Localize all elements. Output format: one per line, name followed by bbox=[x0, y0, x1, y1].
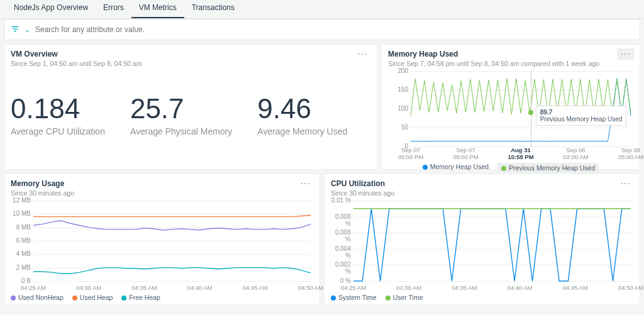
cpu-util-card: ··· CPU Utilization Since 30 minutes ago… bbox=[324, 174, 640, 305]
card-subtitle: Since 30 minutes ago bbox=[11, 189, 313, 197]
memory-usage-card: ··· Memory Usage Since 30 minutes ago 0 … bbox=[4, 174, 320, 305]
card-menu-button[interactable]: ··· bbox=[354, 48, 372, 60]
card-menu-button[interactable]: ··· bbox=[297, 178, 314, 189]
card-menu-button[interactable]: ··· bbox=[617, 178, 635, 189]
card-menu-button[interactable]: ··· bbox=[617, 48, 635, 60]
cpu-util-legend: System Time User Time bbox=[331, 291, 633, 301]
filter-icon[interactable] bbox=[11, 25, 19, 35]
legend-item-highlighted: Previous Memory Heap Used bbox=[497, 163, 599, 173]
card-subtitle: Since Sep 7, 04:58 pm until Sep 8, 04:50… bbox=[388, 60, 633, 67]
card-title: VM Overview bbox=[11, 50, 370, 58]
legend-item: Used NonHeap bbox=[11, 294, 64, 301]
tab-vm-metrics[interactable]: VM Metrics bbox=[131, 0, 184, 18]
card-subtitle: Since Sep 1, 04:50 am until Sep 8, 04:50… bbox=[11, 60, 370, 67]
legend-item: User Time bbox=[386, 294, 423, 301]
vm-overview-card: ··· VM Overview Since Sep 1, 04:50 am un… bbox=[4, 44, 377, 170]
metric-memory-used: 9.46 Average Memory Used bbox=[257, 95, 347, 136]
memory-heap-card: ··· Memory Heap Used Since Sep 7, 04:58 … bbox=[381, 44, 640, 170]
tab-errors[interactable]: Errors bbox=[96, 0, 131, 18]
memory-usage-chart[interactable]: 0 B2 MB4 MB6 MB8 MB10 MB12 MB bbox=[11, 201, 313, 281]
legend-item: Memory Heap Used bbox=[423, 163, 489, 173]
filter-bar: ⌄ bbox=[4, 19, 640, 40]
memory-heap-chart[interactable]: 89.7Previous Memory Heap Used05010015020… bbox=[388, 71, 633, 146]
metric-cpu: 0.184 Average CPU Utilization bbox=[11, 95, 105, 136]
legend-item: Used Heap bbox=[72, 294, 113, 301]
legend-item: System Time bbox=[331, 294, 377, 301]
cpu-util-chart[interactable]: 0 %0.002 %0.004 %0.006 %0.008 %0.01 % bbox=[331, 201, 633, 281]
card-title: Memory Usage bbox=[11, 179, 313, 188]
card-title: CPU Utilization bbox=[331, 179, 633, 188]
tab-transactions[interactable]: Transactions bbox=[184, 0, 242, 18]
tab-overview[interactable]: NodeJs App Overview bbox=[6, 0, 96, 18]
memory-usage-legend: Used NonHeap Used Heap Free Heap bbox=[11, 291, 313, 301]
card-subtitle: Since 30 minutes ago bbox=[331, 189, 633, 197]
search-input[interactable] bbox=[35, 25, 633, 34]
chevron-down-icon[interactable]: ⌄ bbox=[25, 26, 30, 34]
nav-tabs: NodeJs App Overview Errors VM Metrics Tr… bbox=[0, 0, 644, 19]
metric-physical-memory: 25.7 Average Physical Memory bbox=[130, 95, 232, 136]
memory-heap-legend: Memory Heap Used Previous Memory Heap Us… bbox=[388, 160, 633, 173]
card-title: Memory Heap Used bbox=[388, 50, 633, 58]
legend-item: Free Heap bbox=[121, 294, 160, 301]
